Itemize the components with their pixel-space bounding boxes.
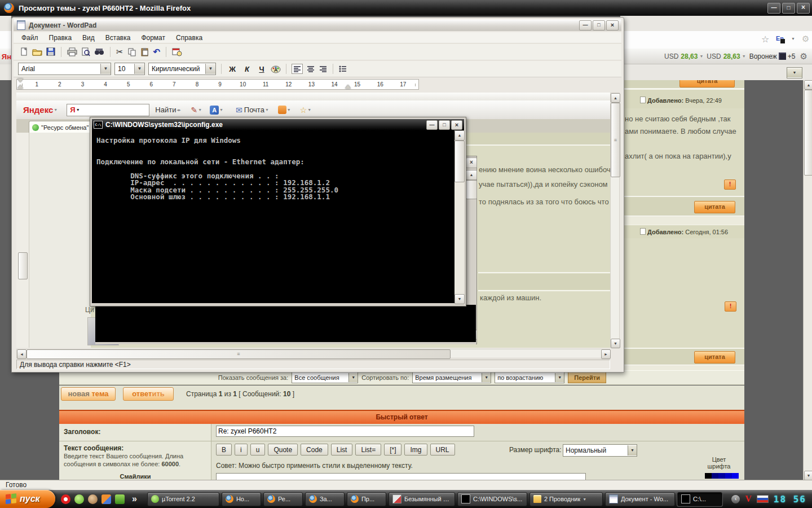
open-icon[interactable] bbox=[32, 47, 42, 56]
scroll-up-icon[interactable]: ▲ bbox=[454, 130, 465, 141]
cmd-titlebar[interactable]: C:\ C:\WINDOWS\system32\ipconfig.exe — □… bbox=[92, 119, 464, 130]
color-swatch[interactable] bbox=[732, 473, 739, 479]
cmd-window[interactable]: C:\ C:\WINDOWS\system32\ipconfig.exe — □… bbox=[90, 117, 466, 306]
usd2-value[interactable]: 28,63 bbox=[723, 52, 740, 60]
sort-order-select[interactable]: по возрастанию ▼ bbox=[495, 372, 564, 383]
browser-tab[interactable]: "Ресурс обмена" bbox=[29, 121, 93, 133]
bookmark-star-icon[interactable]: ☆ bbox=[761, 34, 769, 45]
cmd-output[interactable]: Настройка протокола IP для WindowsПодклю… bbox=[92, 130, 454, 303]
close-button[interactable]: × bbox=[606, 20, 619, 30]
task-button[interactable]: 2 Проводник ▼ bbox=[529, 492, 603, 506]
monkey-icon[interactable] bbox=[88, 494, 98, 504]
city-label[interactable]: Воронеж bbox=[749, 52, 777, 60]
task-button[interactable]: C:\... ▼ bbox=[677, 492, 722, 506]
minimize-button[interactable]: — bbox=[579, 20, 592, 30]
close-button[interactable]: × bbox=[451, 120, 462, 130]
subject-input[interactable] bbox=[216, 426, 474, 437]
task-button[interactable]: Пр... ▼ bbox=[347, 492, 386, 506]
quicklaunch-overflow-icon[interactable]: » bbox=[132, 494, 137, 504]
scroll-up-icon[interactable]: ▲ bbox=[804, 80, 812, 90]
start-button[interactable]: пуск bbox=[0, 490, 55, 508]
color-swatch[interactable] bbox=[725, 473, 732, 479]
usd1-caret-icon[interactable]: ▼ bbox=[699, 54, 703, 58]
wordpad-vscrollbar[interactable]: ▲ ≡ ▼ bbox=[610, 93, 620, 348]
mail-caret-icon[interactable]: ▼ bbox=[265, 108, 269, 112]
cut-icon[interactable]: ✂ bbox=[116, 47, 123, 57]
background-console-window[interactable] bbox=[95, 305, 476, 344]
fontsize-select[interactable]: Нормальный ▼ bbox=[563, 444, 637, 457]
bbcode-button[interactable]: Quote bbox=[268, 444, 298, 456]
quicklaunch-icon-2[interactable] bbox=[115, 494, 125, 504]
star-caret-icon[interactable]: ▼ bbox=[307, 108, 311, 112]
scroll-right-icon[interactable]: ► bbox=[601, 349, 611, 359]
yandex-caret-icon[interactable]: ▼ bbox=[54, 108, 58, 112]
fontcolor-swatches[interactable] bbox=[705, 473, 739, 479]
combo-caret-icon[interactable]: ▼ bbox=[100, 64, 111, 74]
mini-dropdown-caret-icon[interactable]: ▼ bbox=[787, 68, 802, 77]
restore-button[interactable]: □ bbox=[782, 3, 795, 14]
find-button[interactable]: Найти bbox=[155, 106, 176, 114]
menu-item[interactable]: Файл bbox=[21, 34, 38, 42]
copy-icon[interactable] bbox=[127, 47, 136, 56]
task-button[interactable]: Ре... ▼ bbox=[263, 492, 303, 506]
report-button[interactable]: ! bbox=[725, 301, 736, 312]
favorites-star-icon[interactable]: ☆ bbox=[300, 106, 307, 115]
bullets-button[interactable] bbox=[338, 65, 347, 73]
scroll-thumb[interactable] bbox=[454, 141, 465, 182]
scroll-down-icon[interactable]: ▼ bbox=[804, 471, 812, 480]
stale-scrollbar-thumb[interactable] bbox=[18, 252, 28, 279]
wordpad-ruler[interactable]: 1234567891011121314151617 bbox=[16, 79, 419, 90]
combo-caret-icon[interactable]: ▼ bbox=[205, 64, 215, 74]
task-button[interactable]: За... ▼ bbox=[305, 492, 345, 506]
font-size-combo[interactable]: 10 ▼ bbox=[114, 63, 145, 75]
toolbar-gear-icon[interactable]: ⚙ bbox=[800, 51, 807, 62]
right-indent-marker-icon[interactable] bbox=[345, 85, 351, 89]
bbcode-button[interactable]: u bbox=[250, 444, 266, 456]
indent-marker-bottom-icon[interactable] bbox=[17, 85, 23, 89]
translate-caret-icon[interactable]: ▼ bbox=[219, 108, 223, 112]
new-topic-button[interactable]: новая тема bbox=[61, 387, 116, 401]
align-right-button[interactable] bbox=[319, 65, 328, 73]
quicklaunch-icon[interactable] bbox=[102, 494, 111, 504]
underline-button[interactable]: Ч bbox=[256, 65, 267, 73]
wordpad-hscrollbar[interactable]: ◄ ≡ ► bbox=[16, 349, 610, 358]
close-button[interactable]: × bbox=[797, 3, 810, 14]
print-icon[interactable] bbox=[67, 47, 77, 56]
bbcode-button[interactable]: Img bbox=[404, 444, 427, 456]
bbcode-button[interactable]: List bbox=[331, 444, 353, 456]
maximize-button[interactable]: □ bbox=[593, 20, 605, 30]
utorrent-icon[interactable] bbox=[74, 494, 84, 504]
bbcode-button[interactable]: List= bbox=[355, 444, 381, 456]
scroll-down-icon[interactable]: ▼ bbox=[454, 294, 465, 304]
datetime-icon[interactable] bbox=[172, 47, 182, 56]
task-button[interactable]: µTorrent 2.2 ▼ bbox=[147, 492, 219, 506]
reply-button[interactable]: ответить bbox=[123, 387, 174, 401]
menu-item[interactable]: Справка bbox=[176, 34, 202, 42]
report-button[interactable]: ! bbox=[724, 179, 736, 190]
addon-gear-icon[interactable]: ⚙ bbox=[802, 34, 809, 44]
scroll-thumb[interactable] bbox=[466, 180, 477, 199]
save-icon[interactable] bbox=[46, 47, 55, 56]
undo-icon[interactable]: ↶ bbox=[153, 47, 161, 57]
tray-collapse-icon[interactable]: ‹ bbox=[731, 495, 740, 503]
italic-button[interactable]: К bbox=[241, 65, 253, 73]
usd2-caret-icon[interactable]: ▼ bbox=[742, 54, 746, 58]
print-preview-icon[interactable] bbox=[81, 47, 90, 56]
minimize-button[interactable]: — bbox=[767, 3, 780, 14]
cmd-scrollbar[interactable]: ▲ ▼ bbox=[454, 130, 464, 303]
page-scrollbar[interactable]: ▲ ▼ bbox=[803, 80, 812, 480]
pencil-caret-icon[interactable]: ▼ bbox=[198, 108, 202, 112]
maximize-button[interactable]: □ bbox=[439, 120, 450, 130]
menu-item[interactable]: Правка bbox=[49, 34, 72, 42]
quote-button[interactable]: цитата bbox=[694, 201, 735, 213]
yandex-money-icon[interactable] bbox=[278, 106, 286, 114]
select-caret-icon[interactable]: ▼ bbox=[628, 445, 637, 456]
show-posts-select[interactable]: Все сообщения ▼ bbox=[292, 372, 358, 383]
sort-by-select[interactable]: Время размещения ▼ bbox=[412, 372, 491, 383]
yandex-search-input[interactable]: Я ▼ bbox=[67, 104, 149, 116]
task-button[interactable]: Документ - Wo... ▼ bbox=[605, 492, 675, 506]
charset-combo[interactable]: Кириллический ▼ bbox=[148, 63, 216, 75]
temperature-value[interactable]: +5 bbox=[788, 52, 796, 60]
mail-label[interactable]: Почта bbox=[244, 106, 264, 114]
opera-icon[interactable] bbox=[61, 494, 70, 504]
